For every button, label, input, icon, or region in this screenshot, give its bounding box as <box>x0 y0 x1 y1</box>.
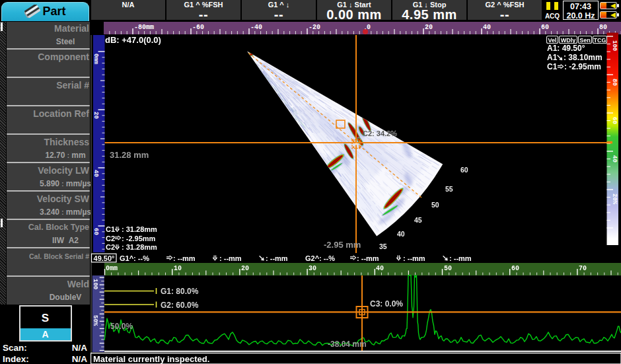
svg-text:80: 80 <box>611 79 618 86</box>
svg-text:: 31.28mm: : 31.28mm <box>122 225 157 233</box>
svg-text:: --mm: : --mm <box>219 254 242 262</box>
svg-text:40: 40 <box>376 265 384 272</box>
svg-text:: --mm: : --mm <box>403 254 425 262</box>
svg-text:Sen: Sen <box>579 37 591 44</box>
svg-text:50: 50 <box>431 201 439 209</box>
svg-text:G2: 60.0%: G2: 60.0% <box>161 301 199 310</box>
svg-text:40: 40 <box>611 155 618 163</box>
svg-text:TCG: TCG <box>594 37 606 44</box>
svg-text:60: 60 <box>511 265 519 272</box>
svg-text:10: 10 <box>174 265 182 272</box>
svg-text:G1^: --%: G1^: --% <box>120 254 149 262</box>
svg-text:Material currently inspected.: Material currently inspected. <box>93 354 209 364</box>
svg-text:50%: 50% <box>92 315 98 326</box>
svg-text:55: 55 <box>445 185 453 193</box>
svg-text:20: 20 <box>92 112 99 119</box>
svg-text:45: 45 <box>414 216 422 224</box>
svg-text:G1: 80.0%: G1: 80.0% <box>161 287 199 296</box>
svg-text:70: 70 <box>579 265 587 272</box>
svg-text:50.0%: 50.0% <box>110 322 133 331</box>
svg-text:: --mm: : --mm <box>173 254 196 262</box>
svg-text:C2: 34.2%: C2: 34.2% <box>363 129 397 137</box>
svg-text:100: 100 <box>92 279 98 289</box>
svg-text:: -2.95mm: : -2.95mm <box>122 235 156 242</box>
svg-text:-40: -40 <box>250 24 262 31</box>
svg-text:: 31.28mm: : 31.28mm <box>122 243 157 251</box>
svg-text:60: 60 <box>92 228 99 235</box>
svg-text:-20: -20 <box>309 24 320 31</box>
svg-text:-2.95 mm: -2.95 mm <box>324 240 361 250</box>
svg-text:A1: A1 <box>547 53 558 62</box>
svg-text:20: 20 <box>241 265 249 272</box>
svg-text:C3: 0.0%: C3: 0.0% <box>370 299 403 309</box>
svg-text:30: 30 <box>309 265 316 272</box>
svg-text:35: 35 <box>379 242 387 250</box>
svg-text:80: 80 <box>599 24 607 31</box>
svg-text:-60: -60 <box>192 24 204 31</box>
svg-text:-38.04 mm: -38.04 mm <box>328 340 367 349</box>
svg-text:: --mm: : --mm <box>449 254 472 262</box>
svg-text:31.28 mm: 31.28 mm <box>110 150 149 160</box>
svg-text:40: 40 <box>92 170 99 177</box>
svg-text:: --mm: : --mm <box>357 254 379 262</box>
svg-text:40: 40 <box>397 230 405 238</box>
svg-text:60: 60 <box>460 166 468 174</box>
svg-text:Vel: Vel <box>548 37 556 44</box>
svg-text:20: 20 <box>425 24 433 31</box>
svg-text:C1: C1 <box>106 225 115 233</box>
svg-text:50: 50 <box>444 265 452 272</box>
svg-text:0mm: 0mm <box>106 265 118 272</box>
svg-text:60: 60 <box>611 117 618 124</box>
svg-text:100: 100 <box>611 40 618 51</box>
svg-text:20%: 20% <box>611 194 618 205</box>
svg-text:49.50°: 49.50° <box>94 254 115 262</box>
svg-text:60: 60 <box>541 24 549 31</box>
svg-text:A1: 49.50°: A1: 49.50° <box>547 44 585 53</box>
svg-text:C1: C1 <box>547 62 558 71</box>
svg-text:G2^: --%: G2^: --% <box>305 254 335 262</box>
svg-text:: -2.95mm: : -2.95mm <box>564 62 601 71</box>
svg-text:C2: C2 <box>106 235 115 242</box>
svg-text:WDly: WDly <box>561 37 576 44</box>
svg-text:-80mm: -80mm <box>134 24 154 31</box>
svg-text:0mm: 0mm <box>92 54 99 65</box>
svg-text:: 38.10mm: : 38.10mm <box>564 53 603 62</box>
svg-text:C2: C2 <box>106 243 115 251</box>
svg-text:40: 40 <box>483 24 491 31</box>
svg-text:: --mm: : --mm <box>266 254 288 262</box>
svg-text:dB: +47.0(0.0): dB: +47.0(0.0) <box>105 35 161 45</box>
